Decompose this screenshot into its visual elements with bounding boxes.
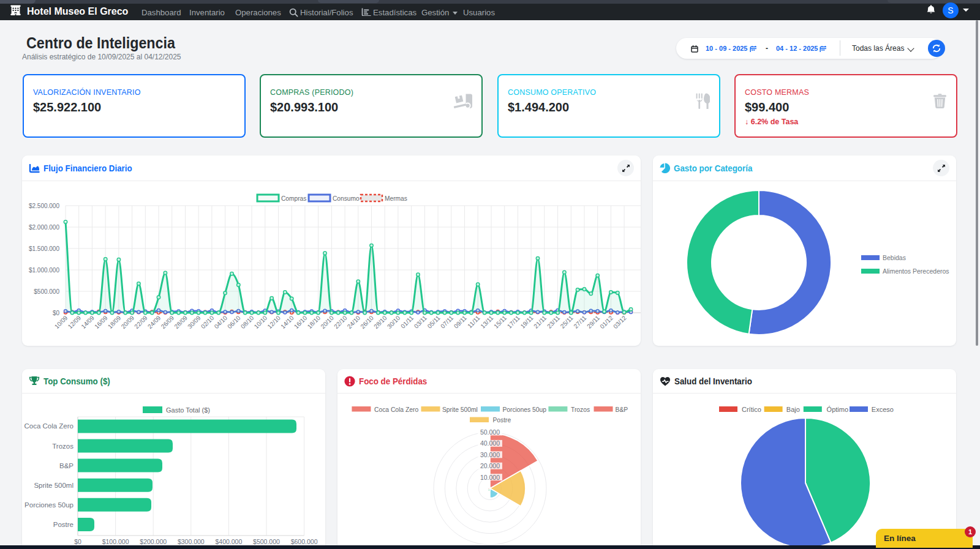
svg-text:B&P: B&P [616, 406, 628, 413]
svg-text:03/12: 03/12 [612, 314, 628, 330]
svg-text:Gasto Total ($): Gasto Total ($) [166, 406, 210, 414]
svg-text:$1.500.000: $1.500.000 [29, 245, 59, 252]
svg-text:07/11: 07/11 [439, 314, 454, 329]
svg-text:01/12: 01/12 [598, 314, 614, 330]
svg-text:15/11: 15/11 [492, 314, 508, 329]
svg-text:19/11: 19/11 [519, 314, 535, 329]
svg-text:20/10: 20/10 [319, 314, 335, 330]
svg-text:22/09: 22/09 [133, 314, 149, 330]
svg-text:Bebidas: Bebidas [883, 254, 906, 261]
svg-text:Bajo: Bajo [786, 406, 800, 413]
svg-text:Postre: Postre [493, 417, 511, 424]
svg-text:30/10: 30/10 [386, 314, 402, 330]
svg-text:26/10: 26/10 [359, 314, 375, 330]
svg-text:Alimentos Perecederos: Alimentos Perecederos [883, 267, 949, 275]
svg-text:$300.000: $300.000 [178, 538, 205, 545]
svg-text:28/10: 28/10 [372, 314, 388, 330]
svg-text:$100.000: $100.000 [102, 538, 129, 545]
svg-text:$0: $0 [74, 538, 81, 545]
svg-text:Exceso: Exceso [872, 406, 894, 413]
svg-text:10/10: 10/10 [253, 314, 269, 330]
svg-text:50.000: 50.000 [480, 428, 500, 436]
svg-text:Coca Cola Zero: Coca Cola Zero [374, 406, 418, 413]
svg-text:18/10: 18/10 [306, 314, 322, 330]
svg-text:10/09: 10/09 [53, 314, 69, 330]
svg-text:05/11: 05/11 [426, 314, 442, 329]
svg-text:$2.500.000: $2.500.000 [29, 203, 59, 209]
svg-text:24/10: 24/10 [346, 314, 362, 330]
svg-text:09/11: 09/11 [453, 314, 468, 329]
svg-text:Sprite 500ml: Sprite 500ml [34, 482, 74, 489]
svg-text:11/11: 11/11 [466, 314, 481, 329]
svg-text:$400.000: $400.000 [216, 538, 243, 545]
svg-text:30.000: 30.000 [480, 451, 500, 458]
svg-text:B&P: B&P [59, 462, 74, 469]
svg-text:23/11: 23/11 [546, 314, 561, 329]
svg-text:$2.000.000: $2.000.000 [29, 224, 59, 231]
svg-text:Mermas: Mermas [385, 195, 407, 202]
svg-text:29/11: 29/11 [586, 314, 601, 329]
svg-text:06/10: 06/10 [226, 314, 242, 330]
svg-text:Porciones 50up: Porciones 50up [24, 501, 74, 509]
svg-text:02/10: 02/10 [200, 314, 216, 330]
svg-text:$0: $0 [53, 310, 60, 316]
svg-text:18/09: 18/09 [107, 314, 123, 330]
svg-text:$500.000: $500.000 [34, 288, 59, 295]
svg-text:Trozos: Trozos [571, 406, 590, 413]
svg-text:16/10: 16/10 [293, 314, 309, 330]
svg-text:13/11: 13/11 [479, 314, 494, 329]
svg-text:08/10: 08/10 [239, 314, 255, 330]
svg-text:Postre: Postre [53, 521, 74, 528]
svg-text:$600.000: $600.000 [291, 538, 318, 545]
svg-text:14/10: 14/10 [279, 314, 295, 330]
svg-text:$200.000: $200.000 [140, 538, 167, 545]
svg-text:Coca Cola Zero: Coca Cola Zero [24, 422, 74, 430]
svg-text:Sprite 500ml: Sprite 500ml [442, 406, 478, 413]
svg-text:Trozos: Trozos [52, 443, 74, 450]
svg-text:Compras: Compras [281, 195, 306, 202]
svg-text:30/09: 30/09 [186, 314, 202, 330]
svg-text:40.000: 40.000 [480, 439, 500, 447]
svg-text:27/11: 27/11 [572, 314, 587, 329]
svg-text:$1.000.000: $1.000.000 [29, 267, 59, 274]
svg-text:12/09: 12/09 [67, 314, 83, 330]
svg-text:Consumo: Consumo [333, 195, 360, 202]
svg-text:03/11: 03/11 [413, 314, 428, 329]
svg-text:20/09: 20/09 [120, 314, 136, 330]
svg-text:04/10: 04/10 [213, 314, 229, 330]
svg-text:22/10: 22/10 [333, 314, 349, 330]
svg-text:24/09: 24/09 [146, 314, 162, 330]
svg-text:12/10: 12/10 [266, 314, 282, 330]
svg-text:01/11: 01/11 [399, 314, 415, 329]
svg-text:10.000: 10.000 [480, 474, 500, 481]
svg-text:Porciones 50up: Porciones 50up [502, 406, 546, 413]
svg-text:Óptimo: Óptimo [827, 406, 848, 413]
svg-text:21/11: 21/11 [532, 314, 548, 329]
svg-text:14/09: 14/09 [80, 314, 96, 330]
svg-text:$500.000: $500.000 [253, 538, 280, 545]
svg-text:16/09: 16/09 [93, 314, 109, 330]
svg-text:Crítico: Crítico [742, 406, 761, 413]
svg-text:28/09: 28/09 [173, 314, 189, 330]
svg-text:25/11: 25/11 [559, 314, 575, 329]
svg-text:20.000: 20.000 [480, 462, 500, 469]
svg-text:26/09: 26/09 [160, 314, 176, 330]
svg-text:17/11: 17/11 [506, 314, 521, 329]
